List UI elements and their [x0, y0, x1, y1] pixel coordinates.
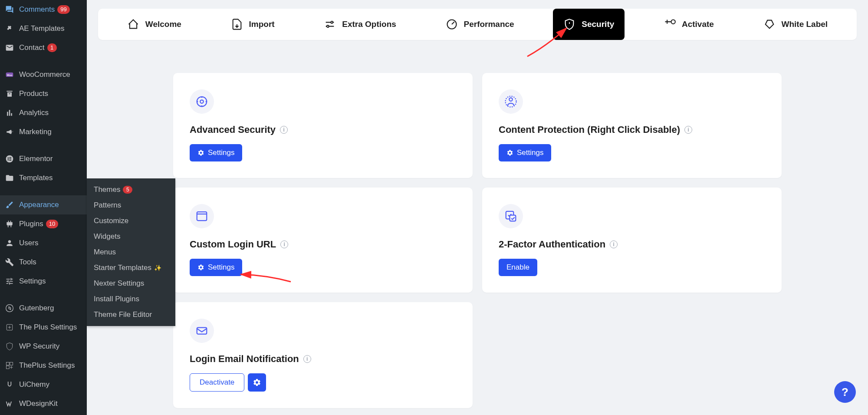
flyout-item-customize[interactable]: Customize — [87, 213, 175, 229]
card-custom-login: Custom Login URLi Settings — [173, 188, 473, 293]
tab-security[interactable]: Security — [553, 9, 625, 40]
appearance-flyout: Themes5 Patterns Customize Widgets Menus… — [87, 178, 175, 326]
sidebar-item-woocommerce[interactable]: Woo WooCommerce — [0, 65, 87, 84]
sidebar-item-private-site[interactable]: My Private Site — [0, 413, 87, 415]
flyout-item-theme-file-editor[interactable]: Theme File Editor — [87, 307, 175, 323]
sidebar-item-templates[interactable]: Templates — [0, 168, 87, 188]
settings-button[interactable]: Settings — [190, 259, 242, 276]
svg-point-12 — [327, 25, 329, 27]
svg-rect-20 — [510, 215, 516, 221]
flyout-item-widgets[interactable]: Widgets — [87, 229, 175, 244]
sidebar-item-comments[interactable]: Comments 99 — [0, 0, 87, 19]
info-icon[interactable]: i — [684, 126, 692, 134]
card-title: Content Protection (Right Click Disable)… — [499, 124, 765, 135]
flyout-item-themes[interactable]: Themes5 — [87, 182, 175, 198]
wrench-icon — [4, 257, 15, 267]
deactivate-button[interactable]: Deactivate — [190, 373, 244, 392]
sidebar-item-label: ThePlus Settings — [19, 361, 75, 370]
admin-sidebar: Comments 99 AE Templates Contact 1 Woo W… — [0, 0, 87, 415]
flyout-item-patterns[interactable]: Patterns — [87, 198, 175, 213]
checklist-icon — [499, 204, 523, 228]
uichemy-icon — [4, 379, 15, 390]
settings-button[interactable]: Settings — [190, 144, 242, 161]
sidebar-item-users[interactable]: Users — [0, 234, 87, 253]
elementor-icon — [4, 154, 15, 164]
sidebar-item-products[interactable]: Products — [0, 84, 87, 103]
sliders-icon — [4, 276, 15, 287]
card-advanced-security: Advanced Securityi Settings — [173, 73, 473, 178]
sparkle-icon: ✨ — [154, 264, 161, 271]
sidebar-item-contact[interactable]: Contact 1 — [0, 38, 87, 57]
sidebar-item-tools[interactable]: Tools — [0, 253, 87, 272]
svg-text:Woo: Woo — [7, 74, 13, 76]
sidebar-item-label: UiChemy — [19, 380, 49, 389]
tab-performance[interactable]: Performance — [435, 9, 525, 40]
main-content: Welcome Import Extra Options Performance… — [87, 9, 868, 415]
tab-import[interactable]: Import — [220, 9, 285, 40]
sidebar-item-label: Templates — [19, 174, 53, 182]
svg-rect-21 — [197, 328, 207, 334]
sidebar-item-label: Marketing — [19, 128, 52, 136]
card-title: 2-Factor Authenticationi — [499, 239, 765, 250]
svg-rect-9 — [10, 362, 13, 366]
flyout-item-starter-templates[interactable]: Starter Templates✨ — [87, 260, 175, 276]
flyout-item-menus[interactable]: Menus — [87, 244, 175, 260]
card-two-factor: 2-Factor Authenticationi Enable — [482, 188, 782, 293]
sidebar-item-label: The Plus Settings — [19, 323, 77, 332]
sidebar-item-elementor[interactable]: Elementor — [0, 149, 87, 168]
svg-rect-6 — [9, 160, 11, 161]
card-login-email: Login Email Notificationi Deactivate — [173, 302, 473, 408]
browser-icon — [190, 204, 214, 228]
megaphone-icon — [4, 127, 15, 137]
sidebar-item-analytics[interactable]: Analytics — [0, 103, 87, 122]
sidebar-item-theplus-settings[interactable]: ThePlus Settings — [0, 356, 87, 375]
comments-icon — [4, 4, 15, 15]
sidebar-item-gutenberg[interactable]: Gutenberg — [0, 299, 87, 318]
tab-extra-options[interactable]: Extra Options — [313, 9, 407, 40]
sidebar-item-wp-security[interactable]: WP Security — [0, 337, 87, 356]
flyout-item-nexter-settings[interactable]: Nexter Settings — [87, 276, 175, 291]
badge: 1 — [47, 43, 57, 52]
sidebar-item-label: WooCommerce — [19, 70, 70, 79]
mail-icon — [4, 43, 15, 53]
sidebar-item-plugins[interactable]: Plugins 10 — [0, 214, 87, 234]
flyout-item-install-plugins[interactable]: Install Plugins — [87, 291, 175, 307]
info-icon[interactable]: i — [280, 240, 288, 248]
enable-button[interactable]: Enable — [499, 259, 537, 276]
sidebar-item-label: WDesignKit — [19, 399, 58, 408]
info-icon[interactable]: i — [610, 240, 618, 248]
sidebar-item-label: AE Templates — [19, 24, 65, 33]
folder-icon — [4, 173, 15, 183]
sidebar-item-plus-settings[interactable]: The Plus Settings — [0, 318, 87, 337]
shield-icon — [4, 341, 15, 352]
tab-white-label[interactable]: White Label — [753, 9, 838, 40]
svg-rect-18 — [197, 212, 207, 221]
sidebar-item-label: WP Security — [19, 342, 59, 351]
card-title: Advanced Securityi — [190, 124, 456, 135]
tab-activate[interactable]: Activate — [653, 9, 724, 40]
sidebar-item-appearance[interactable]: Appearance — [0, 195, 87, 214]
user-icon — [4, 238, 15, 248]
tab-welcome[interactable]: Welcome — [117, 9, 192, 40]
gutenberg-icon — [4, 303, 15, 313]
sidebar-item-settings[interactable]: Settings — [0, 272, 87, 291]
sidebar-item-wdesignkit[interactable]: WDesignKit — [0, 394, 87, 413]
chart-icon — [4, 108, 15, 118]
sidebar-item-uichemy[interactable]: UiChemy — [0, 375, 87, 394]
info-icon[interactable]: i — [280, 126, 288, 134]
sidebar-item-ae-templates[interactable]: AE Templates — [0, 19, 87, 38]
svg-rect-5 — [9, 158, 11, 159]
info-icon[interactable]: i — [303, 355, 311, 363]
svg-point-15 — [200, 100, 204, 103]
sidebar-item-marketing[interactable]: Marketing — [0, 122, 87, 142]
sidebar-item-label: Settings — [19, 277, 46, 286]
gear-button[interactable] — [248, 373, 266, 392]
sidebar-item-label: Plugins — [19, 220, 43, 228]
sidebar-item-label: Contact — [19, 43, 45, 52]
help-button[interactable]: ? — [834, 381, 856, 403]
settings-button[interactable]: Settings — [499, 144, 551, 161]
security-cards: Advanced Securityi Settings Content Prot… — [98, 73, 857, 415]
theplus-icon — [4, 360, 15, 371]
woocommerce-icon: Woo — [4, 69, 15, 80]
brush-icon — [4, 200, 15, 210]
